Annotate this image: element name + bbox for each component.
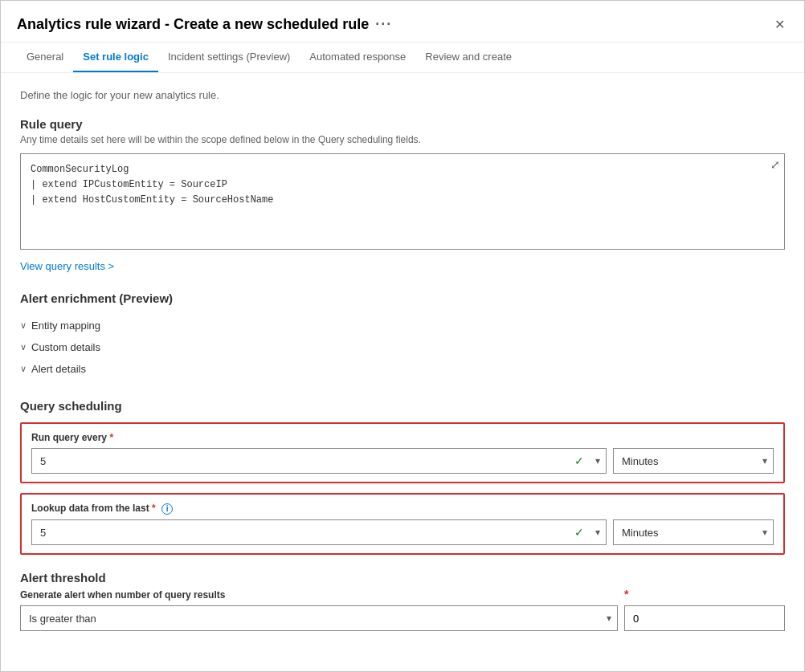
- more-icon[interactable]: ···: [375, 16, 392, 33]
- chevron-icon-custom: ∨: [20, 342, 27, 352]
- run-query-dropdown-icon: ▾: [595, 455, 600, 466]
- entity-mapping-label: Entity mapping: [31, 320, 100, 332]
- lookup-data-unit-select[interactable]: Minutes Hours Days: [613, 519, 774, 545]
- page-subtitle: Define the logic for your new analytics …: [20, 89, 785, 101]
- custom-details-item[interactable]: ∨ Custom details: [20, 336, 785, 358]
- threshold-condition-select-wrapper: Is greater than Is less than Is equal to…: [20, 605, 618, 631]
- lookup-data-dropdown-icon: ▾: [595, 527, 600, 538]
- run-query-value-group: 5 10 15 30 ✓ ▾: [31, 448, 607, 474]
- threshold-value-input[interactable]: [624, 605, 785, 631]
- lookup-data-required: *: [152, 503, 156, 514]
- tabs-bar: General Set rule logic Incident settings…: [1, 43, 804, 73]
- run-query-unit-group: Minutes Hours Days ▾: [613, 448, 774, 474]
- close-button[interactable]: ✕: [771, 14, 788, 35]
- dialog: Analytics rule wizard - Create a new sch…: [0, 0, 805, 672]
- tab-automated-response[interactable]: Automated response: [300, 43, 415, 72]
- threshold-row: Generate alert when number of query resu…: [20, 588, 785, 631]
- alert-threshold-section: Alert threshold Generate alert when numb…: [20, 571, 785, 631]
- run-query-row: 5 10 15 30 ✓ ▾ Minutes Hours Days: [31, 448, 774, 474]
- alert-details-item[interactable]: ∨ Alert details: [20, 358, 785, 380]
- lookup-data-label: Lookup data from the last * i: [31, 503, 774, 515]
- lookup-data-value-group: 5 10 15 30 ✓ ▾: [31, 519, 607, 545]
- query-editor[interactable]: CommonSecurityLog | extend IPCustomEntit…: [20, 153, 785, 250]
- alert-details-label: Alert details: [31, 363, 86, 375]
- threshold-condition-dropdown-icon: ▾: [607, 613, 611, 624]
- lookup-data-unit-group: Minutes Hours Days ▾: [613, 519, 774, 545]
- run-query-value-select[interactable]: 5 10 15 30: [31, 448, 607, 474]
- rule-query-desc: Any time details set here will be within…: [20, 134, 785, 145]
- run-query-label: Run query every *: [31, 432, 774, 443]
- lookup-data-check-icon: ✓: [574, 526, 584, 539]
- content-area: Define the logic for your new analytics …: [1, 73, 804, 671]
- tab-review-create[interactable]: Review and create: [415, 43, 521, 72]
- lookup-info-icon[interactable]: i: [161, 503, 173, 515]
- custom-details-label: Custom details: [31, 341, 100, 353]
- run-query-required: *: [109, 432, 113, 443]
- rule-query-title: Rule query: [20, 117, 785, 131]
- tab-incident-settings[interactable]: Incident settings (Preview): [158, 43, 300, 72]
- title-text: Analytics rule wizard - Create a new sch…: [17, 16, 369, 33]
- threshold-value-group: *: [624, 588, 785, 631]
- scheduling-title: Query scheduling: [20, 399, 785, 413]
- dialog-title: Analytics rule wizard - Create a new sch…: [17, 16, 392, 33]
- threshold-condition-select[interactable]: Is greater than Is less than Is equal to: [20, 605, 618, 631]
- tab-general[interactable]: General: [17, 43, 73, 72]
- alert-enrichment-section: Alert enrichment (Preview) ∨ Entity mapp…: [20, 291, 785, 380]
- lookup-data-unit-dropdown-icon: ▾: [762, 527, 767, 538]
- run-query-check-icon: ✓: [574, 454, 584, 467]
- expand-icon[interactable]: ⤢: [770, 158, 780, 171]
- threshold-condition-label: Generate alert when number of query resu…: [20, 589, 618, 601]
- rule-query-section: Rule query Any time details set here wil…: [20, 117, 785, 272]
- chevron-icon-alert: ∨: [20, 364, 27, 374]
- run-query-unit-dropdown-icon: ▾: [762, 455, 767, 466]
- chevron-icon-entity: ∨: [20, 320, 27, 331]
- enrichment-title: Alert enrichment (Preview): [20, 291, 785, 305]
- query-scheduling-section: Query scheduling Run query every * 5 10 …: [20, 399, 785, 555]
- lookup-data-group: Lookup data from the last * i 5 10 15 30…: [20, 493, 785, 555]
- threshold-condition-group: Generate alert when number of query resu…: [20, 589, 618, 631]
- entity-mapping-item[interactable]: ∨ Entity mapping: [20, 315, 785, 336]
- run-query-unit-select[interactable]: Minutes Hours Days: [613, 448, 774, 474]
- run-query-group: Run query every * 5 10 15 30 ✓ ▾: [20, 422, 785, 483]
- view-query-link[interactable]: View query results >: [20, 260, 114, 272]
- threshold-title: Alert threshold: [20, 571, 785, 584]
- lookup-data-row: 5 10 15 30 ✓ ▾ Minutes Hours Days: [31, 519, 774, 545]
- query-box-wrapper: CommonSecurityLog | extend IPCustomEntit…: [20, 153, 785, 252]
- lookup-data-value-select[interactable]: 5 10 15 30: [31, 519, 607, 545]
- dialog-header: Analytics rule wizard - Create a new sch…: [1, 1, 804, 43]
- tab-set-rule-logic[interactable]: Set rule logic: [73, 43, 158, 72]
- threshold-required-label: *: [624, 588, 785, 601]
